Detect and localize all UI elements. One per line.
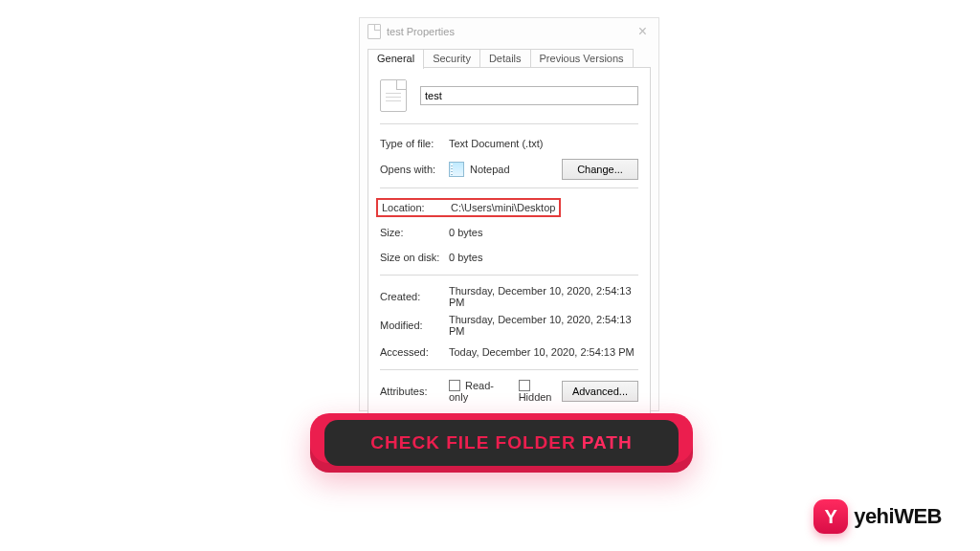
size-label: Size:: [380, 227, 449, 238]
document-icon: [368, 24, 381, 39]
created-value: Thursday, December 10, 2020, 2:54:13 PM: [449, 285, 638, 308]
divider: [380, 369, 638, 370]
advanced-button[interactable]: Advanced...: [562, 381, 638, 402]
divider: [380, 187, 638, 188]
file-name-input[interactable]: [420, 86, 638, 105]
title-bar: test Properties ×: [360, 18, 658, 45]
brand-name: yehiWEB: [854, 504, 942, 529]
divider: [380, 123, 638, 124]
tab-general[interactable]: General: [368, 49, 424, 69]
divider: [380, 275, 638, 276]
tab-details[interactable]: Details: [479, 49, 531, 68]
tab-strip: General Security Details Previous Versio…: [368, 47, 651, 68]
size-on-disk-value: 0 bytes: [449, 252, 638, 263]
banner-text: CHECK FILE FOLDER: [370, 432, 575, 453]
type-of-file-label: Type of file:: [380, 138, 449, 149]
location-label: Location:: [382, 202, 451, 213]
hidden-checkbox[interactable]: Hidden: [519, 380, 562, 403]
opens-with-label: Opens with:: [380, 164, 449, 175]
brand-name-a: yehi: [854, 504, 894, 528]
close-icon[interactable]: ×: [635, 22, 651, 41]
accessed-value: Today, December 10, 2020, 2:54:13 PM: [449, 346, 638, 358]
notepad-icon: [449, 162, 464, 177]
opens-with-value: Notepad: [470, 164, 510, 175]
created-label: Created:: [380, 291, 449, 302]
location-highlight: Location: C:\Users\mini\Desktop: [376, 198, 561, 217]
readonly-checkbox[interactable]: Read-only: [449, 380, 505, 403]
properties-dialog: test Properties × General Security Detai…: [359, 17, 659, 411]
size-value: 0 bytes: [449, 227, 638, 238]
tab-previous-versions[interactable]: Previous Versions: [530, 49, 634, 68]
size-on-disk-label: Size on disk:: [380, 252, 449, 263]
attributes-label: Attributes:: [380, 386, 449, 397]
brand-name-b: WEB: [894, 504, 942, 528]
modified-label: Modified:: [380, 320, 449, 331]
callout-banner: CHECK FILE FOLDER PATH: [310, 413, 693, 473]
accessed-label: Accessed:: [380, 346, 449, 358]
tab-security[interactable]: Security: [423, 49, 480, 68]
location-value: C:\Users\mini\Desktop: [451, 202, 555, 213]
hidden-label: Hidden: [519, 391, 552, 403]
brand-logo: Y yehiWEB: [813, 499, 942, 534]
callout-banner-inner: CHECK FILE FOLDER PATH: [324, 420, 679, 466]
file-type-icon: [380, 79, 407, 112]
type-of-file-value: Text Document (.txt): [449, 138, 638, 149]
window-title: test Properties: [387, 26, 455, 37]
modified-value: Thursday, December 10, 2020, 2:54:13 PM: [449, 314, 638, 337]
general-panel: Type of file: Text Document (.txt) Opens…: [368, 68, 651, 421]
brand-badge: Y: [813, 499, 848, 534]
change-button[interactable]: Change...: [562, 159, 638, 180]
banner-accent: PATH: [582, 432, 633, 453]
